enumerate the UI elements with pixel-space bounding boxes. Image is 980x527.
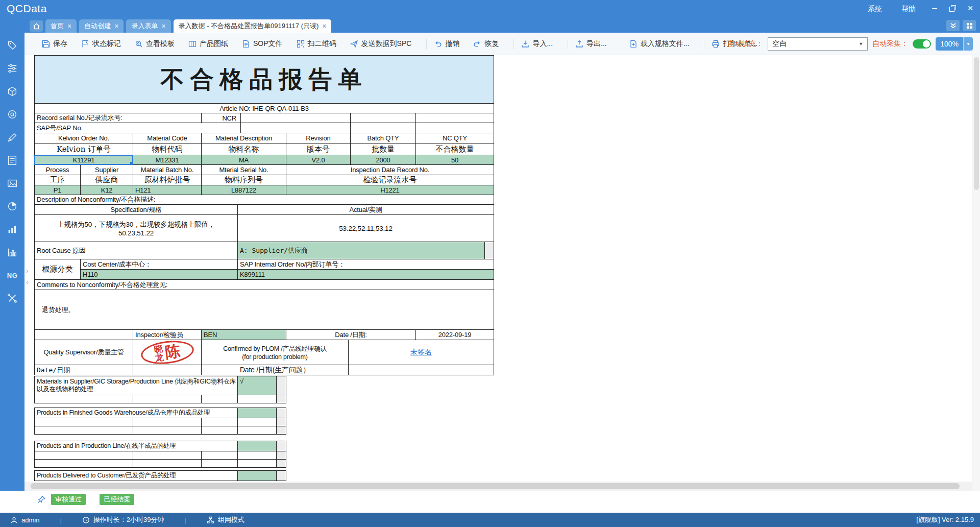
- process-cell[interactable]: P1: [34, 185, 81, 195]
- send-spc-button[interactable]: 发送数据到SPC: [350, 39, 412, 49]
- empty-cell[interactable]: [34, 395, 133, 403]
- empty-cell[interactable]: [350, 123, 416, 133]
- sidebar-item-edit[interactable]: [6, 131, 19, 144]
- finished-goods-check-cell[interactable]: [237, 408, 277, 418]
- sidebar-item-pie-chart[interactable]: [6, 200, 19, 213]
- tab-close-icon[interactable]: ×: [114, 22, 118, 30]
- menu-help[interactable]: 帮助: [901, 5, 916, 14]
- spec-body-cell[interactable]: 上规格为50，下规格为30，出现较多超规格上限值， 50.23,51.22: [34, 214, 238, 242]
- delivered-strip[interactable]: [276, 470, 286, 481]
- view-template-button[interactable]: 查看模板: [135, 39, 175, 49]
- restore-button[interactable]: [945, 2, 960, 14]
- sidebar-item-image[interactable]: [6, 177, 19, 190]
- horizontal-scrollbar[interactable]: [24, 482, 972, 491]
- sidebar-item-settings[interactable]: [6, 62, 19, 75]
- minimize-button[interactable]: –: [927, 2, 942, 14]
- autofill-select[interactable]: 空白 ▼: [768, 37, 868, 51]
- material-batch-cell[interactable]: H121: [133, 185, 202, 195]
- caret-down-icon[interactable]: ▼: [963, 37, 973, 51]
- empty-cell[interactable]: [133, 365, 202, 375]
- empty-cell[interactable]: [201, 451, 238, 460]
- empty-cell[interactable]: [237, 451, 277, 460]
- tab-close-icon[interactable]: ×: [322, 22, 326, 30]
- finished-goods-strip[interactable]: [276, 408, 286, 418]
- close-button[interactable]: ×: [963, 2, 977, 14]
- unsigned-link[interactable]: 未签名: [410, 348, 432, 357]
- empty-cell[interactable]: [34, 418, 133, 426]
- empty-cell[interactable]: [415, 123, 494, 133]
- delivered-check-cell[interactable]: [237, 470, 277, 481]
- sidebar-item-tag[interactable]: [6, 39, 19, 52]
- redo-button[interactable]: 恢复: [473, 39, 499, 49]
- comments-value-cell[interactable]: 退货处理。: [34, 290, 494, 330]
- autocollect-toggle[interactable]: [913, 39, 931, 49]
- tab-grid-button[interactable]: [963, 20, 976, 31]
- empty-cell[interactable]: [237, 459, 277, 468]
- material-serial-cell[interactable]: L887122: [201, 185, 286, 195]
- zoom-control[interactable]: 100% ▼: [936, 37, 973, 51]
- order-no-cell-selected[interactable]: K11291: [34, 155, 133, 165]
- scan-qr-button[interactable]: 扫二维码: [297, 39, 336, 49]
- sidebar-item-products[interactable]: [6, 85, 19, 98]
- production-line-strip[interactable]: [276, 441, 286, 451]
- menu-system[interactable]: 系统: [868, 5, 882, 14]
- tab-auto-create[interactable]: 自动创建 ×: [79, 19, 124, 33]
- tab-close-icon[interactable]: ×: [161, 22, 165, 30]
- date-value-cell[interactable]: 2022-09-19: [415, 329, 494, 340]
- root-cause-value-cell[interactable]: A: Supplier/供应商: [237, 242, 485, 259]
- empty-cell[interactable]: [201, 426, 238, 435]
- empty-cell[interactable]: [133, 426, 202, 435]
- materials-check-cell[interactable]: √: [237, 376, 277, 395]
- empty-cell[interactable]: [133, 395, 202, 403]
- undo-button[interactable]: 撤销: [434, 39, 459, 49]
- empty-cell[interactable]: [201, 418, 238, 426]
- tab-overflow-button[interactable]: [946, 20, 960, 31]
- material-code-cell[interactable]: M12331: [133, 155, 202, 165]
- batch-qty-cell[interactable]: 2000: [350, 155, 416, 165]
- save-button[interactable]: 保存: [42, 39, 67, 49]
- status-mark-button[interactable]: 状态标记: [81, 39, 121, 49]
- horizontal-scrollbar-thumb[interactable]: [31, 483, 960, 489]
- production-line-check-cell[interactable]: [237, 441, 277, 451]
- load-spec-button[interactable]: 载入规格文件...: [629, 39, 690, 49]
- empty-cell[interactable]: [237, 395, 277, 403]
- actual-body-cell[interactable]: 53.22,52.11,53.12: [237, 214, 494, 242]
- tab-entry-data-active[interactable]: 录入数据 - 不合格品处置报告单09191117 (只读) ×: [174, 19, 332, 33]
- import-button[interactable]: 导入...: [521, 39, 553, 49]
- empty-cell[interactable]: [34, 451, 133, 460]
- empty-cell[interactable]: [237, 418, 277, 426]
- root-cause-dropdown-strip[interactable]: [484, 242, 494, 259]
- empty-cell[interactable]: [133, 459, 202, 468]
- sop-file-button[interactable]: SOP文件: [242, 39, 283, 49]
- sap-order-value-cell[interactable]: K899111: [237, 269, 494, 280]
- materials-strip[interactable]: [276, 376, 286, 395]
- panel-expand-arrow[interactable]: ›: [26, 267, 28, 275]
- vertical-scrollbar-thumb[interactable]: [974, 57, 979, 190]
- empty-cell[interactable]: [201, 395, 238, 403]
- selection-handle[interactable]: [130, 162, 133, 165]
- tab-home[interactable]: 首页 ×: [45, 19, 77, 33]
- home-tab-button[interactable]: [30, 20, 43, 32]
- sidebar-item-bar-chart[interactable]: [6, 223, 19, 236]
- empty-cell[interactable]: [201, 459, 238, 468]
- inspection-record-cell[interactable]: H1221: [286, 185, 494, 195]
- product-drawing-button[interactable]: 产品图纸: [188, 39, 228, 49]
- empty-cell[interactable]: [415, 113, 494, 123]
- record-serial-value-cell[interactable]: [240, 113, 351, 123]
- sidebar-item-ng[interactable]: NG: [6, 269, 19, 282]
- panel-collapse-arrow[interactable]: ‹: [26, 278, 28, 286]
- sidebar-item-tools[interactable]: [6, 292, 19, 305]
- empty-cell[interactable]: [133, 451, 202, 460]
- empty-cell[interactable]: [348, 365, 494, 375]
- inspector-value-cell[interactable]: BEN: [201, 329, 286, 340]
- vertical-scrollbar[interactable]: [972, 55, 980, 491]
- sap-value-cell[interactable]: [240, 123, 351, 133]
- material-desc-cell[interactable]: MA: [201, 155, 286, 165]
- empty-cell[interactable]: [34, 459, 133, 468]
- empty-cell[interactable]: [34, 426, 133, 435]
- pin-button[interactable]: [37, 495, 46, 504]
- sidebar-item-histogram[interactable]: [6, 246, 19, 259]
- nc-qty-cell[interactable]: 50: [415, 155, 494, 165]
- revision-cell[interactable]: V2.0: [286, 155, 351, 165]
- tab-entry-form[interactable]: 录入表单 ×: [126, 19, 170, 33]
